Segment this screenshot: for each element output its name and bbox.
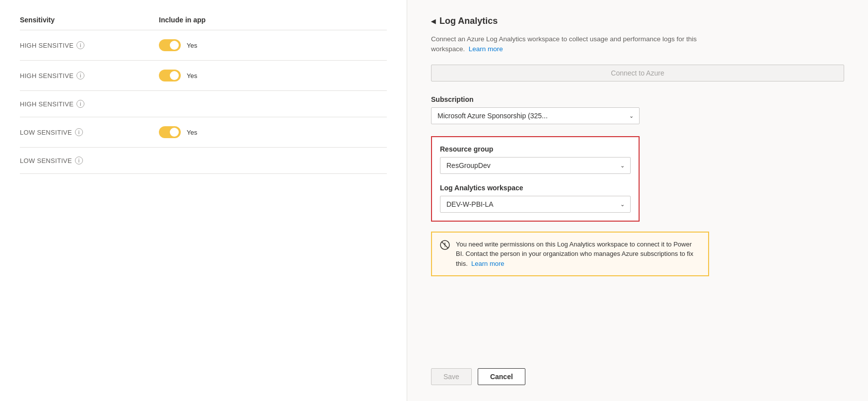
subscription-select[interactable]: Microsoft Azure Sponsorship (325... (431, 107, 640, 124)
toggle-yes-label: Yes (187, 72, 197, 80)
right-panel: ◀ Log Analytics Connect an Azure Log Ana… (407, 0, 868, 401)
table-header: Sensitivity Include in app (20, 16, 387, 30)
toggle-yes-label: Yes (187, 129, 197, 136)
table-row: HIGH SENSITIVE i Yes (20, 30, 387, 61)
section-title: ◀ Log Analytics (431, 16, 844, 26)
svg-point-2 (444, 246, 445, 247)
info-icon[interactable]: i (76, 41, 84, 49)
toggle-switch[interactable] (159, 70, 181, 81)
subscription-group: Subscription Microsoft Azure Sponsorship… (431, 95, 640, 124)
table-row: LOW SENSITIVE i Yes (20, 117, 387, 148)
sensitivity-label: LOW SENSITIVE i (20, 157, 159, 164)
sensitivity-label: HIGH SENSITIVE i (20, 72, 159, 80)
include-cell: Yes (159, 126, 387, 138)
collapse-arrow-icon[interactable]: ◀ (431, 18, 435, 25)
info-icon[interactable]: i (75, 128, 83, 136)
resource-group-field: Resource group ResGroupDev ⌄ (440, 145, 631, 174)
table-row: HIGH SENSITIVE i (20, 91, 387, 117)
info-icon[interactable]: i (75, 157, 83, 164)
include-cell: Yes (159, 70, 387, 81)
resource-group-label: Resource group (440, 145, 631, 153)
sensitivity-label: HIGH SENSITIVE i (20, 100, 159, 108)
sensitivity-label: HIGH SENSITIVE i (20, 41, 159, 49)
description-text: Connect an Azure Log Analytics workspace… (431, 34, 709, 55)
description-learn-more-link[interactable]: Learn more (469, 45, 503, 53)
resource-group-select[interactable]: ResGroupDev (440, 157, 631, 174)
toggle-switch[interactable] (159, 39, 181, 51)
subscription-label: Subscription (431, 95, 640, 103)
include-cell: Yes (159, 39, 387, 51)
col-header-sensitivity: Sensitivity (20, 16, 159, 24)
info-icon[interactable]: i (76, 100, 84, 108)
warning-learn-more-link[interactable]: Learn more (471, 260, 504, 267)
table-row: LOW SENSITIVE i (20, 148, 387, 174)
log-analytics-label: Log Analytics workspace (440, 184, 631, 192)
toggle-switch[interactable] (159, 126, 181, 138)
warning-box: You need write permissions on this Log A… (431, 232, 709, 277)
log-analytics-field: Log Analytics workspace DEV-W-PBI-LA ⌄ (440, 184, 631, 213)
left-panel: Sensitivity Include in app HIGH SENSITIV… (0, 0, 407, 401)
subscription-select-wrapper: Microsoft Azure Sponsorship (325... ⌄ (431, 107, 640, 124)
warning-message: You need write permissions on this Log A… (456, 240, 700, 269)
log-analytics-select[interactable]: DEV-W-PBI-LA (440, 196, 631, 213)
table-row: HIGH SENSITIVE i Yes (20, 61, 387, 91)
footer-actions: Save Cancel (431, 360, 844, 385)
red-border-section: Resource group ResGroupDev ⌄ Log Analyti… (431, 136, 640, 222)
resource-group-select-wrapper: ResGroupDev ⌄ (440, 157, 631, 174)
log-analytics-select-wrapper: DEV-W-PBI-LA ⌄ (440, 196, 631, 213)
save-button[interactable]: Save (431, 368, 472, 385)
toggle-yes-label: Yes (187, 42, 197, 49)
col-header-include: Include in app (159, 16, 387, 24)
sensitivity-label: LOW SENSITIVE i (20, 128, 159, 136)
warning-circle-icon (440, 240, 450, 250)
connect-to-azure-button[interactable]: Connect to Azure (431, 65, 844, 81)
info-icon[interactable]: i (76, 72, 84, 80)
cancel-button[interactable]: Cancel (478, 368, 525, 385)
